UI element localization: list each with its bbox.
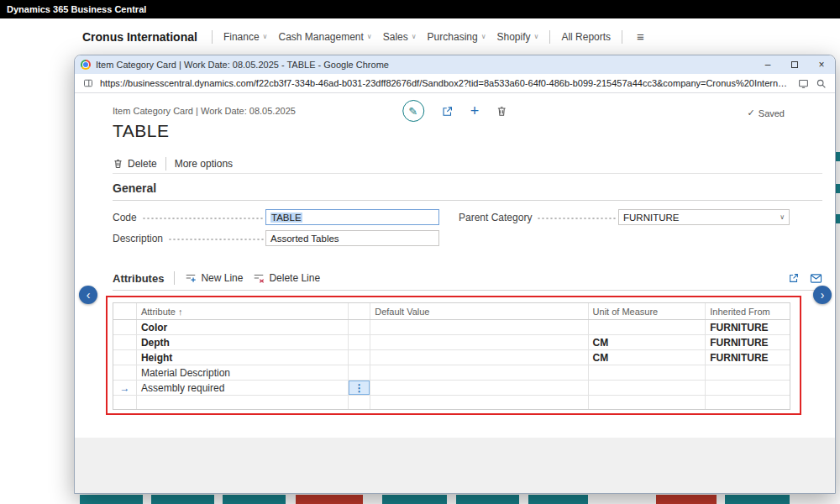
general-section-heading[interactable]: General	[113, 181, 156, 195]
table-row: Height CM FURNITURE	[113, 350, 790, 365]
delete-line-icon	[253, 272, 265, 284]
column-header-attribute[interactable]: Attribute ↑	[137, 303, 349, 319]
parent-category-label: Parent Category	[459, 212, 537, 223]
page-background	[75, 438, 835, 493]
column-header-unit-of-measure[interactable]: Unit of Measure	[589, 303, 706, 319]
screen: Dynamics 365 Business Central Cronus Int…	[0, 0, 840, 504]
toolbar-separator	[174, 271, 175, 285]
zoom-icon[interactable]	[816, 78, 827, 89]
nav-item-shopify[interactable]: Shopify ∨	[497, 31, 539, 43]
more-options-command[interactable]: More options	[175, 158, 233, 170]
attributes-heading[interactable]: Attributes	[113, 272, 164, 285]
delete-line-button[interactable]: Delete Line	[253, 272, 320, 284]
new-line-button[interactable]: New Line	[185, 272, 243, 284]
company-name[interactable]: Cronus International	[82, 30, 197, 44]
description-value: Assorted Tables	[270, 234, 339, 244]
parent-category-combobox[interactable]: FURNITURE ∨	[618, 209, 790, 225]
chevron-down-icon: ∨	[534, 33, 539, 40]
page-caption: Item Category Card | Work Date: 08.05.20…	[113, 106, 296, 116]
description-label: Description	[113, 233, 168, 244]
background-tile	[725, 495, 790, 504]
background-tile	[296, 495, 363, 504]
hamburger-icon[interactable]: ≡	[637, 29, 644, 44]
mail-icon[interactable]	[810, 273, 822, 284]
window-titlebar[interactable]: Item Category Card | Work Date: 08.05.20…	[75, 55, 835, 74]
general-section-underline	[113, 200, 822, 201]
code-input[interactable]: TABLE	[265, 209, 439, 225]
item-category-card-page: Item Category Card | Work Date: 08.05.20…	[75, 93, 835, 493]
table-header-row: Attribute ↑ Default Value Unit of Measur…	[113, 303, 790, 320]
code-label: Code	[113, 212, 142, 223]
row-selector-header	[113, 303, 137, 319]
nav-item-purchasing[interactable]: Purchasing ∨	[428, 31, 486, 43]
nav-item-all-reports[interactable]: All Reports	[561, 31, 611, 43]
chevron-down-icon: ∨	[263, 33, 268, 40]
check-icon: ✓	[748, 108, 755, 118]
nav-item-sales[interactable]: Sales ∨	[383, 31, 417, 43]
chevron-down-icon: ∨	[780, 213, 785, 221]
row-selector-current[interactable]: →	[113, 381, 137, 395]
delete-button-top[interactable]	[496, 105, 507, 118]
background-tile	[223, 495, 286, 504]
row-selector[interactable]	[113, 350, 137, 365]
table-row-empty	[113, 396, 790, 409]
table-row: Color FURNITURE	[113, 320, 790, 335]
ellipsis-icon: ⋮	[354, 382, 365, 394]
arrow-left-icon: ‹	[87, 288, 91, 302]
background-tile	[151, 495, 214, 504]
nav-separator	[212, 30, 213, 44]
current-row-arrow-icon: →	[119, 382, 129, 394]
minimize-button[interactable]: –	[754, 55, 781, 74]
code-field-label-group: Code	[113, 209, 264, 225]
cell-options-button[interactable]: ⋮	[349, 381, 370, 395]
section-divider	[113, 173, 822, 174]
dotted-leader	[142, 209, 264, 225]
browser-url-bar: https://businesscentral.dynamics.com/f22…	[75, 74, 835, 93]
attributes-underline	[113, 290, 822, 291]
parent-category-label-group: Parent Category	[459, 209, 617, 225]
row-selector[interactable]	[113, 320, 137, 334]
row-selector[interactable]	[113, 396, 137, 409]
column-header-default-value[interactable]: Default Value	[370, 303, 588, 319]
close-button[interactable]: ×	[808, 55, 835, 74]
maximize-icon	[791, 61, 798, 68]
background-tile	[528, 495, 588, 504]
site-info-icon[interactable]	[83, 78, 93, 88]
table-row: Depth CM FURNITURE	[113, 335, 790, 350]
share-button[interactable]	[441, 105, 454, 118]
edit-toggle-button[interactable]: ✎	[402, 100, 424, 122]
background-tile	[656, 495, 717, 504]
column-header-inherited-from[interactable]: Inherited From	[706, 303, 790, 319]
share-attributes-button[interactable]	[788, 272, 800, 284]
nav-item-cash-management[interactable]: Cash Management ∨	[278, 31, 371, 43]
page-title: TABLE	[113, 121, 169, 141]
pencil-icon: ✎	[408, 105, 417, 118]
description-input[interactable]: Assorted Tables	[265, 230, 439, 246]
background-tile	[80, 495, 143, 504]
code-value: TABLE	[270, 213, 302, 223]
new-button[interactable]: +	[470, 103, 480, 118]
row-selector[interactable]	[113, 335, 137, 349]
row-selector[interactable]	[113, 365, 137, 380]
app-top-bar: Dynamics 365 Business Central	[0, 0, 840, 18]
chevron-down-icon: ∨	[481, 33, 486, 40]
app-title: Dynamics 365 Business Central	[7, 4, 146, 14]
send-to-device-icon[interactable]	[798, 78, 809, 89]
background-tile	[382, 495, 447, 504]
dotted-leader	[168, 230, 264, 246]
attributes-toolbar: Attributes New Line Delete Line	[113, 268, 822, 288]
delete-command[interactable]: Delete	[113, 158, 157, 170]
nav-separator	[549, 30, 550, 44]
maximize-button[interactable]	[781, 55, 808, 74]
arrow-right-icon: ›	[821, 288, 825, 302]
address-bar[interactable]: https://businesscentral.dynamics.com/f22…	[100, 78, 791, 88]
attributes-table: Attribute ↑ Default Value Unit of Measur…	[113, 302, 790, 410]
parent-category-value: FURNITURE	[623, 213, 780, 223]
new-line-icon	[185, 272, 197, 284]
nav-item-finance[interactable]: Finance ∨	[223, 31, 268, 43]
page-favicon	[81, 60, 91, 70]
next-page-arrow[interactable]: ›	[813, 286, 832, 304]
dotted-leader	[537, 209, 617, 225]
chrome-popup-window: Item Category Card | Work Date: 08.05.20…	[74, 55, 836, 494]
previous-page-arrow[interactable]: ‹	[79, 286, 97, 304]
